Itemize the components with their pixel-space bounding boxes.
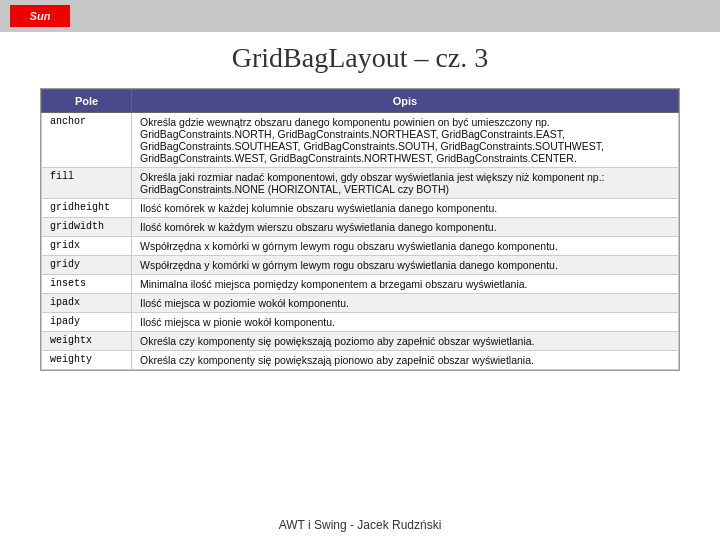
table-row: weightyOkreśla czy komponenty się powięk… (42, 351, 679, 370)
col-header-pole: Pole (42, 90, 132, 113)
table-header-row: Pole Opis (42, 90, 679, 113)
content-area: GridBagLayout – cz. 3 Pole Opis anchorOk… (0, 32, 720, 510)
cell-opis: Ilość miejsca w pionie wokół komponentu. (132, 313, 679, 332)
logo-text: Sun (30, 10, 51, 22)
cell-pole: gridwidth (42, 218, 132, 237)
cell-pole: weighty (42, 351, 132, 370)
table-row: fillOkreśla jaki rozmiar nadać komponent… (42, 168, 679, 199)
main-table: Pole Opis anchorOkreśla gdzie wewnątrz o… (41, 89, 679, 370)
cell-pole: anchor (42, 113, 132, 168)
cell-opis: Współrzędna x komórki w górnym lewym rog… (132, 237, 679, 256)
sun-logo: Sun (10, 5, 70, 27)
cell-pole: ipadx (42, 294, 132, 313)
cell-opis: Współrzędna y komórki w górnym lewym rog… (132, 256, 679, 275)
footer: AWT i Swing - Jacek Rudzński (0, 510, 720, 540)
cell-pole: ipady (42, 313, 132, 332)
table-row: ipadxIlość miejsca w poziomie wokół komp… (42, 294, 679, 313)
cell-pole: weightx (42, 332, 132, 351)
table-row: gridyWspółrzędna y komórki w górnym lewy… (42, 256, 679, 275)
cell-opis: Ilość komórek w każdym wierszu obszaru w… (132, 218, 679, 237)
header-bar: Sun (0, 0, 720, 32)
table-row: weightxOkreśla czy komponenty się powięk… (42, 332, 679, 351)
page-title: GridBagLayout – cz. 3 (40, 42, 680, 74)
table-row: insetsMinimalna ilość miejsca pomiędzy k… (42, 275, 679, 294)
table-row: gridwidthIlość komórek w każdym wierszu … (42, 218, 679, 237)
cell-opis: Minimalna ilość miejsca pomiędzy kompone… (132, 275, 679, 294)
cell-pole: gridy (42, 256, 132, 275)
cell-opis: Ilość komórek w każdej kolumnie obszaru … (132, 199, 679, 218)
cell-opis: Określa czy komponenty się powiększają p… (132, 332, 679, 351)
table-row: gridheightIlość komórek w każdej kolumni… (42, 199, 679, 218)
cell-pole: gridheight (42, 199, 132, 218)
cell-pole: gridx (42, 237, 132, 256)
cell-opis: Określa jaki rozmiar nadać komponentowi,… (132, 168, 679, 199)
table-container: Pole Opis anchorOkreśla gdzie wewnątrz o… (40, 88, 680, 371)
cell-pole: fill (42, 168, 132, 199)
table-row: anchorOkreśla gdzie wewnątrz obszaru dan… (42, 113, 679, 168)
cell-opis: Określa czy komponenty się powiększają p… (132, 351, 679, 370)
table-row: gridxWspółrzędna x komórki w górnym lewy… (42, 237, 679, 256)
cell-pole: insets (42, 275, 132, 294)
cell-opis: Ilość miejsca w poziomie wokół komponent… (132, 294, 679, 313)
col-header-opis: Opis (132, 90, 679, 113)
slide: Sun GridBagLayout – cz. 3 Pole Opis anch… (0, 0, 720, 540)
cell-opis: Określa gdzie wewnątrz obszaru danego ko… (132, 113, 679, 168)
table-row: ipadyIlość miejsca w pionie wokół kompon… (42, 313, 679, 332)
